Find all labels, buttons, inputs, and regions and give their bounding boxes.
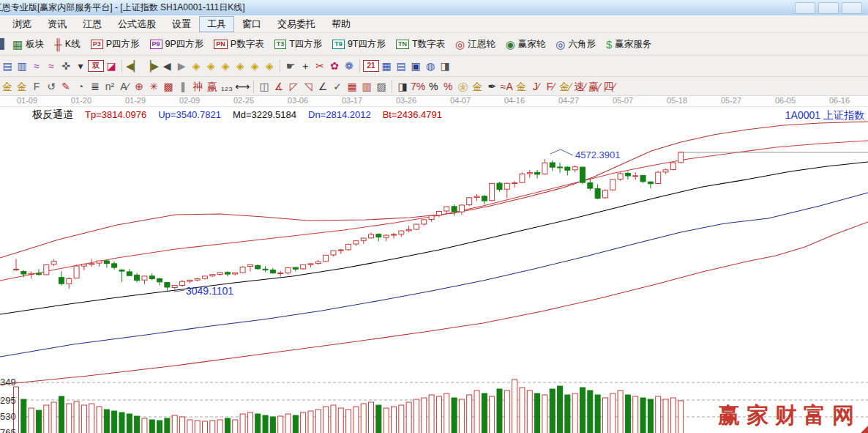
p-square-button[interactable]: P3P四方形 [86,37,145,52]
knot-tool-icon[interactable]: ❁ [342,59,356,73]
pct-icon[interactable]: % [426,80,441,93]
t-square-button[interactable]: T3T四方形 [269,37,328,52]
compress-h-icon[interactable]: ◈ [233,59,247,73]
nav-next-icon[interactable]: ▶ [174,59,189,73]
su-angle-icon[interactable]: 速∕ [572,80,587,93]
hexagon-button[interactable]: ◎六角形 [550,37,601,52]
si-angle-icon[interactable]: 四∕ [602,80,616,93]
j-angle-icon[interactable]: J∕ [528,80,543,93]
angle-icon[interactable]: ∠ [315,80,330,93]
wave-3-icon[interactable]: ≈ [29,59,44,73]
resize-grip-icon[interactable] [857,426,868,433]
menu-item-news[interactable]: 资讯 [40,16,75,32]
window-maximize-button[interactable] [818,2,839,14]
winner-service-button[interactable]: $赢家服务 [601,37,656,52]
menu-item-formula-stock-pick[interactable]: 公式选股 [110,16,164,32]
histogram-icon[interactable]: ◪ [104,59,119,73]
f-ruler-icon[interactable]: F [29,80,44,93]
spoke-wheel-icon[interactable]: ✳ [146,80,161,93]
pct-7-icon[interactable]: 7% [410,80,426,93]
dropdown-caret-icon[interactable]: ▾ [73,59,88,73]
window-close-button[interactable] [842,2,862,14]
export-icon[interactable]: ◨ [438,59,452,73]
save-web-icon[interactable]: ◍ [423,59,438,73]
zoom-left-icon[interactable]: ◈ [189,59,203,73]
brush-icon[interactable]: ✎ [59,80,73,93]
menu-item-trade-order[interactable]: 交易委托 [269,16,323,32]
expand-h-icon[interactable]: ◈ [218,59,233,73]
n2-icon[interactable]: n² [102,80,117,93]
gann-gold-grid-icon[interactable]: 金 [0,80,15,93]
menu-item-settings[interactable]: 设置 [164,16,199,32]
hatch-icon[interactable]: ▨ [374,80,389,93]
zoom-right-icon[interactable]: ◈ [203,59,218,73]
nav-last-icon[interactable]: ▕▶ [143,59,160,73]
nav-first-icon[interactable]: ◀▏ [125,59,143,73]
a-line-icon[interactable]: A∕ [117,80,132,93]
winner-wheel-button[interactable]: ◉赢家轮 [501,37,551,52]
9p-square-button[interactable]: P99P四方形 [145,37,209,52]
wave-9-icon[interactable]: ≈ [44,59,59,73]
spiral-icon[interactable]: ↺ [44,80,59,93]
9t-square-button-icon: T9 [332,40,345,49]
gann-gold-grid2-icon[interactable]: 金 [15,80,29,93]
grid-sq-icon[interactable]: ▦ [345,80,359,93]
gann-wheel-button[interactable]: ◎江恩轮 [450,37,501,52]
menu-item-window[interactable]: 窗口 [234,16,269,32]
nav-prev-icon[interactable]: ◀ [160,59,174,73]
check-line-icon[interactable]: ✓ [330,80,345,93]
menu-item-browse[interactable]: 浏览 [4,16,40,32]
fan-box-icon[interactable]: ◸ [286,80,301,93]
menu-item-tools[interactable]: 工具 [199,16,234,32]
span-arrow-icon[interactable]: ⟷ [234,80,250,93]
doc-chart-icon[interactable]: ▤ [0,59,15,73]
kline-chart-canvas[interactable]: 4572.39013049.1101349295530765 [0,107,868,433]
pct-chart-icon[interactable]: ◨ [395,80,410,93]
comb-icon[interactable]: ≣ [88,80,102,93]
p-number-table-button[interactable]: PNP数字表 [209,37,269,52]
pushpin-icon[interactable]: ✜ [59,59,73,73]
save-icon[interactable]: ▣ [408,59,423,73]
notes-icon[interactable]: ▤ [394,59,408,73]
hand-tool-icon[interactable]: ☛ [283,59,298,73]
calendar-21-icon[interactable]: 21 [363,60,379,72]
flower-tool-icon[interactable]: ✿ [327,59,342,73]
wave-a-icon[interactable]: ≈A [499,80,514,93]
pct-line-icon[interactable]: % [441,80,455,93]
sectors-button[interactable]: ▦板块 [7,37,49,52]
window-minimize-button[interactable] [795,2,815,14]
candle [512,183,517,184]
expand-v-icon[interactable]: ◈ [247,59,262,73]
gold-line2-icon[interactable]: 金 [514,80,528,93]
gold-line-icon[interactable]: 金 [470,80,484,93]
cut-icon[interactable]: ✂ [313,59,327,73]
grid-sq2-icon[interactable]: ▥ [359,80,374,93]
shen-icon[interactable]: 神 [190,80,205,93]
grid-target-icon[interactable]: ▩ [161,80,176,93]
circle-cross-icon[interactable]: ⊕ [132,80,146,93]
pattern-red-icon[interactable]: 双 [88,60,104,72]
expand-all-icon[interactable]: ◈ [262,59,277,73]
menu-item-gann[interactable]: 江恩 [75,16,110,32]
f-angle-icon[interactable]: F∕ [543,80,558,93]
ruler-123-icon[interactable]: ₁₂₃ [220,80,234,93]
volume-bar [422,398,427,433]
ink-pen-icon[interactable]: ✒ [484,80,499,93]
9t-square-button[interactable]: T99T四方形 [327,37,391,52]
gann-fan-icon[interactable]: ∡ [272,80,286,93]
gold-angle-icon[interactable]: 金∕ [558,80,572,93]
gauge-icon[interactable]: ◔ [73,80,88,93]
volume-bar [436,396,441,433]
ying-icon[interactable]: 赢 [205,80,220,93]
ticks-icon[interactable]: ∥ [176,80,190,93]
menu-item-help[interactable]: 帮助 [323,16,359,32]
crosshair-icon[interactable]: ＋ [298,59,313,73]
calculator-icon[interactable]: ▦ [379,59,394,73]
window-box-icon[interactable]: ◫ [257,80,272,93]
gold-circle-icon[interactable]: ㊎ [455,80,470,93]
t-number-table-button[interactable]: TNT数字表 [391,37,450,52]
doc-props-icon[interactable]: ▥ [15,59,29,73]
fan-dense-icon[interactable]: ◹ [301,80,315,93]
ying-angle-icon[interactable]: 赢∕ [587,80,602,93]
kline-button[interactable]: ╫K线 [49,37,85,52]
